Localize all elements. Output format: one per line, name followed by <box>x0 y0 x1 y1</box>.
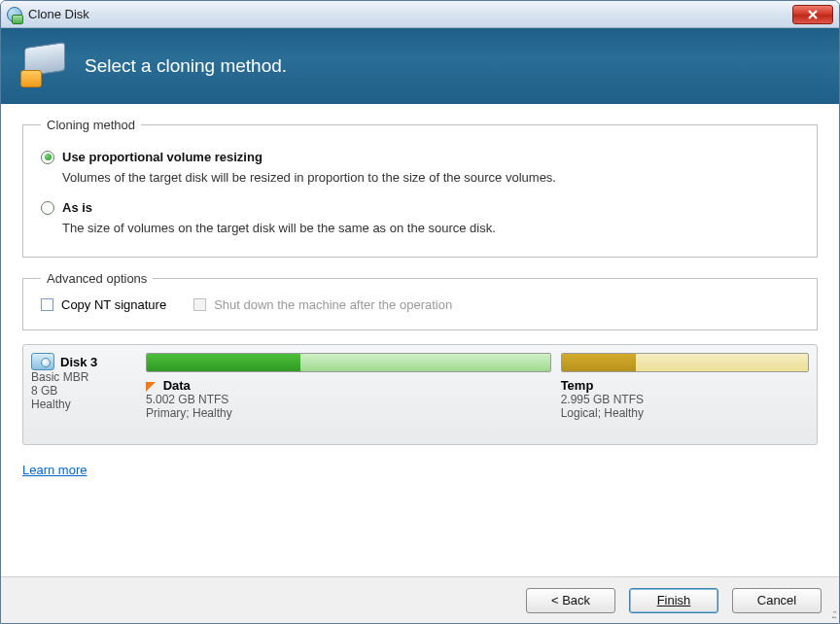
advanced-options-row: Copy NT signature Shut down the machine … <box>41 297 799 312</box>
partition-data-bar <box>146 353 551 372</box>
partition-data-name: Data <box>163 378 191 393</box>
radio-asis-desc: The size of volumes on the target disk w… <box>62 221 799 235</box>
learn-more-link[interactable]: Learn more <box>22 463 87 477</box>
partition-temp[interactable]: Temp 2.995 GB NTFS Logical; Healthy <box>561 353 809 436</box>
disk-clone-icon <box>24 45 67 87</box>
disk-info: Disk 3 Basic MBR 8 GB Healthy <box>31 353 136 436</box>
finish-button[interactable]: Finish <box>629 588 718 613</box>
partition-data[interactable]: Data 5.002 GB NTFS Primary; Healthy <box>146 353 551 436</box>
titlebar: Clone Disk <box>1 1 839 28</box>
close-icon <box>807 10 819 19</box>
app-icon <box>7 7 22 22</box>
cloning-method-legend: Cloning method <box>41 118 141 132</box>
radio-asis-label: As is <box>62 200 92 215</box>
header-banner: Select a cloning method. <box>1 28 839 104</box>
partition-temp-name: Temp <box>561 378 594 393</box>
content-area: Cloning method Use proportional volume r… <box>1 104 839 576</box>
checkbox-shutdown-label: Shut down the machine after the operatio… <box>214 297 452 312</box>
flag-icon <box>146 382 156 392</box>
radio-proportional-label: Use proportional volume resizing <box>62 150 262 164</box>
advanced-options-legend: Advanced options <box>41 271 153 286</box>
disk-size: 8 GB <box>31 384 136 398</box>
footer: < Back Finish Cancel .:: <box>1 576 839 623</box>
partition-data-size: 5.002 GB NTFS <box>146 393 551 406</box>
back-button[interactable]: < Back <box>526 588 615 613</box>
header-text: Select a cloning method. <box>85 55 287 77</box>
partition-data-detail: Primary; Healthy <box>146 406 551 420</box>
window-title: Clone Disk <box>28 7 89 21</box>
checkbox-shutdown <box>193 298 206 311</box>
cancel-button[interactable]: Cancel <box>732 588 822 613</box>
dialog-window: Clone Disk Select a cloning method. Clon… <box>0 0 840 624</box>
radio-proportional[interactable] <box>41 151 54 164</box>
partition-temp-detail: Logical; Healthy <box>561 406 809 420</box>
disk-preview: Disk 3 Basic MBR 8 GB Healthy Data 5.002… <box>22 344 818 445</box>
disk-type: Basic MBR <box>31 370 136 384</box>
advanced-options-group: Advanced options Copy NT signature Shut … <box>22 271 818 330</box>
cloning-method-group: Cloning method Use proportional volume r… <box>22 118 818 258</box>
partition-temp-size: 2.995 GB NTFS <box>561 393 809 406</box>
disk-name: Disk 3 <box>60 355 97 369</box>
radio-proportional-row[interactable]: Use proportional volume resizing <box>41 150 799 164</box>
radio-asis[interactable] <box>41 201 54 215</box>
partition-temp-bar <box>561 353 809 372</box>
disk-status: Healthy <box>31 398 136 411</box>
checkbox-copy-nt-label: Copy NT signature <box>61 297 166 312</box>
hard-disk-icon <box>31 353 54 370</box>
checkbox-copy-nt[interactable] <box>41 298 53 311</box>
radio-asis-row[interactable]: As is <box>41 200 799 215</box>
resize-grip-icon[interactable]: .:: <box>831 607 835 621</box>
radio-proportional-desc: Volumes of the target disk will be resiz… <box>62 170 799 185</box>
close-button[interactable] <box>792 5 833 24</box>
